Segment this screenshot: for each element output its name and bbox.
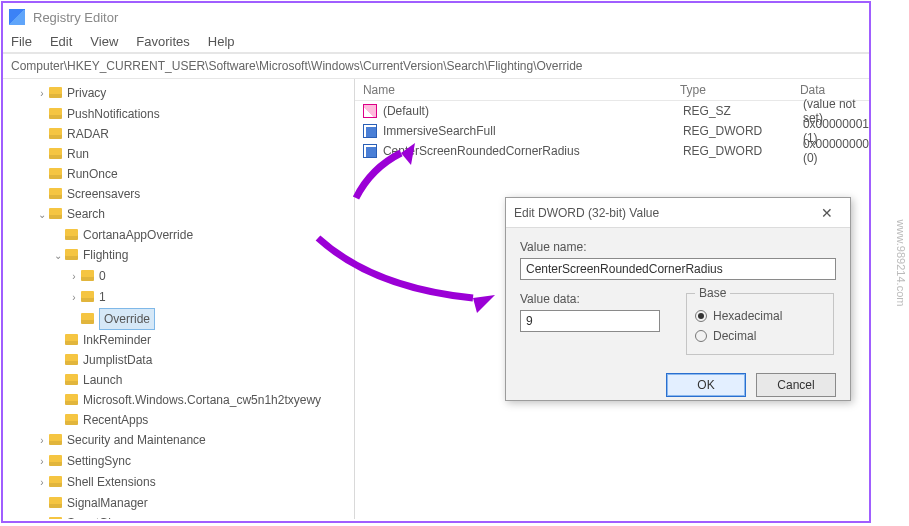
window-title: Registry Editor	[33, 10, 118, 25]
value-row[interactable]: ImmersiveSearchFull REG_DWORD 0x00000001…	[355, 121, 869, 141]
col-header-type[interactable]: Type	[680, 83, 800, 97]
value-type: REG_SZ	[683, 104, 803, 118]
radio-label: Hexadecimal	[713, 306, 782, 326]
dword-value-icon	[363, 144, 377, 158]
base-group: Base Hexadecimal Decimal	[686, 286, 834, 355]
tree-item[interactable]: InkReminder	[83, 333, 151, 347]
tree-item[interactable]: PushNotifications	[67, 107, 160, 121]
col-header-name[interactable]: Name	[355, 83, 680, 97]
value-name: ImmersiveSearchFull	[383, 124, 683, 138]
radio-label: Decimal	[713, 326, 756, 346]
address-bar[interactable]: Computer\HKEY_CURRENT_USER\Software\Micr…	[3, 53, 869, 79]
radio-hexadecimal[interactable]: Hexadecimal	[695, 306, 825, 326]
value-data: 0x00000000 (0)	[803, 137, 869, 165]
value-name-field[interactable]	[520, 258, 836, 280]
radio-icon	[695, 310, 707, 322]
value-name-label: Value name:	[520, 240, 836, 254]
close-icon[interactable]: ✕	[812, 205, 842, 221]
radio-icon	[695, 330, 707, 342]
cancel-button[interactable]: Cancel	[756, 373, 836, 397]
tree-item[interactable]: RecentApps	[83, 413, 148, 427]
tree-item-search[interactable]: Search	[67, 207, 105, 221]
tree-item[interactable]: 1	[99, 290, 106, 304]
value-row[interactable]: (Default) REG_SZ (value not set)	[355, 101, 869, 121]
menu-edit[interactable]: Edit	[50, 34, 72, 49]
value-data-field[interactable]	[520, 310, 660, 332]
menu-file[interactable]: File	[11, 34, 32, 49]
tree-item[interactable]: Shell Extensions	[67, 475, 156, 489]
tree-item[interactable]: SignalManager	[67, 496, 148, 510]
watermark-text: www.989214.com	[895, 220, 907, 307]
value-data-label: Value data:	[520, 292, 660, 306]
base-legend: Base	[695, 286, 730, 300]
edit-dword-dialog: Edit DWORD (32-bit) Value ✕ Value name: …	[505, 197, 851, 401]
tree-item[interactable]: SettingSync	[67, 454, 131, 468]
value-name: (Default)	[383, 104, 683, 118]
tree-item[interactable]: Run	[67, 147, 89, 161]
tree-item[interactable]: Microsoft.Windows.Cortana_cw5n1h2txyewy	[83, 393, 321, 407]
tree-item-override[interactable]: Override	[99, 308, 155, 330]
tree-item[interactable]: Launch	[83, 373, 122, 387]
menu-help[interactable]: Help	[208, 34, 235, 49]
value-type: REG_DWORD	[683, 144, 803, 158]
titlebar: Registry Editor	[3, 3, 869, 31]
tree-panel[interactable]: ›Privacy PushNotifications RADAR Run Run…	[3, 79, 355, 519]
values-header: Name Type Data	[355, 79, 869, 101]
tree-item[interactable]: 0	[99, 269, 106, 283]
tree-item[interactable]: CortanaAppOverride	[83, 228, 193, 242]
regedit-icon	[9, 9, 25, 25]
tree-item[interactable]: Privacy	[67, 86, 106, 100]
menu-view[interactable]: View	[90, 34, 118, 49]
menubar: File Edit View Favorites Help	[3, 31, 869, 53]
tree-item[interactable]: Screensavers	[67, 187, 140, 201]
tree-item[interactable]: JumplistData	[83, 353, 152, 367]
string-value-icon	[363, 104, 377, 118]
menu-favorites[interactable]: Favorites	[136, 34, 189, 49]
value-name: CenterScreenRoundedCornerRadius	[383, 144, 683, 158]
value-row[interactable]: CenterScreenRoundedCornerRadius REG_DWOR…	[355, 141, 869, 161]
ok-button[interactable]: OK	[666, 373, 746, 397]
address-text: Computer\HKEY_CURRENT_USER\Software\Micr…	[11, 59, 583, 73]
tree-item[interactable]: RunOnce	[67, 167, 118, 181]
tree-item[interactable]: SmartGlass	[67, 516, 130, 519]
radio-decimal[interactable]: Decimal	[695, 326, 825, 346]
dword-value-icon	[363, 124, 377, 138]
value-type: REG_DWORD	[683, 124, 803, 138]
tree-item[interactable]: RADAR	[67, 127, 109, 141]
dialog-titlebar: Edit DWORD (32-bit) Value ✕	[506, 198, 850, 228]
app-window: Registry Editor File Edit View Favorites…	[1, 1, 871, 523]
col-header-data[interactable]: Data	[800, 83, 869, 97]
tree-item-flighting[interactable]: Flighting	[83, 248, 128, 262]
tree-item[interactable]: Security and Maintenance	[67, 433, 206, 447]
dialog-title: Edit DWORD (32-bit) Value	[514, 206, 659, 220]
